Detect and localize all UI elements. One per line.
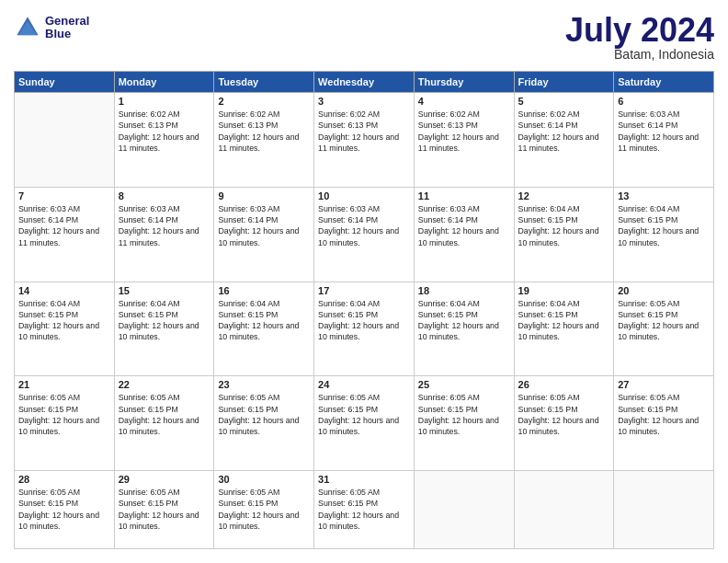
day-number: 30: [218, 474, 310, 485]
day-number: 9: [218, 190, 310, 201]
calendar-cell: 3Sunrise: 6:02 AMSunset: 6:13 PMDaylight…: [314, 93, 415, 188]
calendar-cell: 27Sunrise: 6:05 AMSunset: 6:15 PMDayligh…: [614, 376, 714, 471]
calendar-week-row: 28Sunrise: 6:05 AMSunset: 6:15 PMDayligh…: [15, 471, 714, 549]
calendar-cell: 4Sunrise: 6:02 AMSunset: 6:13 PMDaylight…: [414, 93, 514, 188]
weekday-header: Wednesday: [314, 72, 415, 93]
day-number: 3: [318, 96, 410, 107]
day-info: Sunrise: 6:03 AMSunset: 6:14 PMDaylight:…: [218, 203, 310, 248]
page: General Blue July 2024 Batam, Indonesia …: [0, 0, 728, 563]
header: General Blue July 2024 Batam, Indonesia: [14, 14, 714, 62]
weekday-header: Sunday: [15, 72, 115, 93]
calendar-week-row: 1Sunrise: 6:02 AMSunset: 6:13 PMDaylight…: [15, 93, 714, 188]
calendar-cell: 2Sunrise: 6:02 AMSunset: 6:13 PMDaylight…: [214, 93, 314, 188]
day-number: 10: [318, 190, 410, 201]
day-info: Sunrise: 6:03 AMSunset: 6:14 PMDaylight:…: [119, 203, 210, 248]
day-number: 5: [518, 96, 610, 107]
calendar-cell: 6Sunrise: 6:03 AMSunset: 6:14 PMDaylight…: [614, 93, 714, 188]
title-block: July 2024 Batam, Indonesia: [565, 14, 714, 62]
day-info: Sunrise: 6:04 AMSunset: 6:15 PMDaylight:…: [18, 298, 110, 343]
calendar-table: SundayMondayTuesdayWednesdayThursdayFrid…: [14, 71, 714, 549]
day-info: Sunrise: 6:05 AMSunset: 6:15 PMDaylight:…: [618, 392, 710, 437]
calendar-cell: 1Sunrise: 6:02 AMSunset: 6:13 PMDaylight…: [114, 93, 214, 188]
day-info: Sunrise: 6:05 AMSunset: 6:15 PMDaylight:…: [518, 392, 610, 437]
calendar-cell: 17Sunrise: 6:04 AMSunset: 6:15 PMDayligh…: [314, 282, 415, 376]
calendar-cell: 5Sunrise: 6:02 AMSunset: 6:14 PMDaylight…: [514, 93, 614, 188]
calendar-header-row: SundayMondayTuesdayWednesdayThursdayFrid…: [15, 72, 714, 93]
calendar-cell: 19Sunrise: 6:04 AMSunset: 6:15 PMDayligh…: [514, 282, 614, 376]
day-number: 14: [18, 285, 110, 296]
day-info: Sunrise: 6:04 AMSunset: 6:15 PMDaylight:…: [418, 298, 510, 343]
title-month: July 2024: [565, 14, 714, 47]
day-number: 11: [418, 190, 510, 201]
title-location: Batam, Indonesia: [565, 47, 714, 62]
calendar-cell: [414, 471, 514, 549]
day-info: Sunrise: 6:05 AMSunset: 6:15 PMDaylight:…: [318, 392, 410, 437]
day-number: 13: [618, 190, 710, 201]
calendar-cell: 29Sunrise: 6:05 AMSunset: 6:15 PMDayligh…: [114, 471, 214, 549]
calendar-cell: 22Sunrise: 6:05 AMSunset: 6:15 PMDayligh…: [114, 376, 214, 471]
day-number: 15: [119, 285, 210, 296]
day-number: 20: [618, 285, 710, 296]
calendar-cell: 30Sunrise: 6:05 AMSunset: 6:15 PMDayligh…: [214, 471, 314, 549]
day-info: Sunrise: 6:03 AMSunset: 6:14 PMDaylight:…: [18, 203, 110, 248]
weekday-header: Saturday: [614, 72, 714, 93]
day-info: Sunrise: 6:05 AMSunset: 6:15 PMDaylight:…: [18, 487, 110, 532]
day-number: 17: [318, 285, 410, 296]
logo-line2: Blue: [45, 28, 89, 40]
day-number: 16: [218, 285, 310, 296]
day-info: Sunrise: 6:05 AMSunset: 6:15 PMDaylight:…: [119, 392, 210, 437]
day-info: Sunrise: 6:02 AMSunset: 6:14 PMDaylight:…: [518, 109, 610, 154]
day-info: Sunrise: 6:05 AMSunset: 6:15 PMDaylight:…: [119, 487, 210, 532]
calendar-cell: 23Sunrise: 6:05 AMSunset: 6:15 PMDayligh…: [214, 376, 314, 471]
day-number: 2: [218, 96, 310, 107]
logo: General Blue: [14, 14, 89, 41]
day-info: Sunrise: 6:04 AMSunset: 6:15 PMDaylight:…: [518, 298, 610, 343]
day-number: 24: [318, 379, 410, 390]
day-number: 31: [318, 474, 410, 485]
logo-text: General Blue: [45, 15, 89, 41]
calendar-cell: 26Sunrise: 6:05 AMSunset: 6:15 PMDayligh…: [514, 376, 614, 471]
calendar-cell: 18Sunrise: 6:04 AMSunset: 6:15 PMDayligh…: [414, 282, 514, 376]
day-info: Sunrise: 6:03 AMSunset: 6:14 PMDaylight:…: [618, 109, 710, 154]
calendar-cell: 31Sunrise: 6:05 AMSunset: 6:15 PMDayligh…: [314, 471, 415, 549]
day-number: 27: [618, 379, 710, 390]
day-number: 12: [518, 190, 610, 201]
day-number: 19: [518, 285, 610, 296]
day-number: 7: [18, 190, 110, 201]
calendar-cell: [514, 471, 614, 549]
calendar-cell: 21Sunrise: 6:05 AMSunset: 6:15 PMDayligh…: [15, 376, 115, 471]
day-number: 22: [119, 379, 210, 390]
day-info: Sunrise: 6:02 AMSunset: 6:13 PMDaylight:…: [218, 109, 310, 154]
calendar-cell: [614, 471, 714, 549]
calendar-cell: 11Sunrise: 6:03 AMSunset: 6:14 PMDayligh…: [414, 187, 514, 282]
day-number: 28: [18, 474, 110, 485]
day-info: Sunrise: 6:05 AMSunset: 6:15 PMDaylight:…: [218, 392, 310, 437]
weekday-header: Thursday: [414, 72, 514, 93]
day-info: Sunrise: 6:05 AMSunset: 6:15 PMDaylight:…: [618, 298, 710, 343]
day-info: Sunrise: 6:05 AMSunset: 6:15 PMDaylight:…: [318, 487, 410, 532]
day-number: 18: [418, 285, 510, 296]
day-number: 26: [518, 379, 610, 390]
calendar-week-row: 21Sunrise: 6:05 AMSunset: 6:15 PMDayligh…: [15, 376, 714, 471]
calendar-cell: 7Sunrise: 6:03 AMSunset: 6:14 PMDaylight…: [15, 187, 115, 282]
weekday-header: Friday: [514, 72, 614, 93]
day-number: 29: [119, 474, 210, 485]
day-number: 23: [218, 379, 310, 390]
day-info: Sunrise: 6:02 AMSunset: 6:13 PMDaylight:…: [119, 109, 210, 154]
calendar-cell: 25Sunrise: 6:05 AMSunset: 6:15 PMDayligh…: [414, 376, 514, 471]
weekday-header: Monday: [114, 72, 214, 93]
day-info: Sunrise: 6:05 AMSunset: 6:15 PMDaylight:…: [18, 392, 110, 437]
calendar-cell: 12Sunrise: 6:04 AMSunset: 6:15 PMDayligh…: [514, 187, 614, 282]
calendar-cell: 15Sunrise: 6:04 AMSunset: 6:15 PMDayligh…: [114, 282, 214, 376]
calendar-cell: 10Sunrise: 6:03 AMSunset: 6:14 PMDayligh…: [314, 187, 415, 282]
calendar-cell: [15, 93, 115, 188]
day-info: Sunrise: 6:04 AMSunset: 6:15 PMDaylight:…: [119, 298, 210, 343]
calendar-cell: 14Sunrise: 6:04 AMSunset: 6:15 PMDayligh…: [15, 282, 115, 376]
day-number: 21: [18, 379, 110, 390]
day-info: Sunrise: 6:04 AMSunset: 6:15 PMDaylight:…: [518, 203, 610, 248]
logo-line1: General: [45, 15, 89, 28]
calendar-week-row: 14Sunrise: 6:04 AMSunset: 6:15 PMDayligh…: [15, 282, 714, 376]
day-info: Sunrise: 6:05 AMSunset: 6:15 PMDaylight:…: [418, 392, 510, 437]
calendar-cell: 20Sunrise: 6:05 AMSunset: 6:15 PMDayligh…: [614, 282, 714, 376]
calendar-cell: 8Sunrise: 6:03 AMSunset: 6:14 PMDaylight…: [114, 187, 214, 282]
